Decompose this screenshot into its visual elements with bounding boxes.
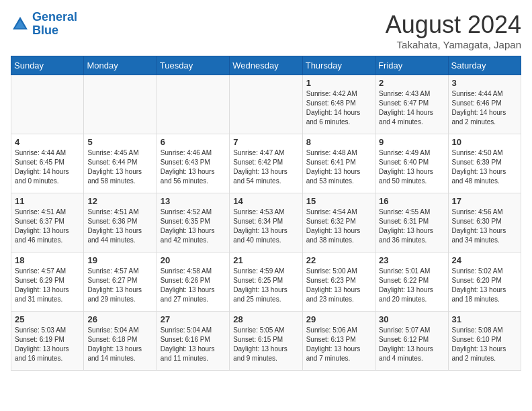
day-number: 8 [306,137,371,147]
calendar-week-row: 1Sunrise: 4:42 AM Sunset: 6:48 PM Daylig… [11,75,521,134]
day-number: 22 [306,255,371,265]
day-number: 12 [87,196,152,206]
day-info: Sunrise: 4:44 AM Sunset: 6:46 PM Dayligh… [452,89,517,127]
day-info: Sunrise: 4:59 AM Sunset: 6:25 PM Dayligh… [233,267,298,304]
month-year: August 2024 [386,11,521,39]
calendar-cell [84,75,157,134]
day-info: Sunrise: 4:54 AM Sunset: 6:32 PM Dayligh… [306,208,371,245]
calendar-cell: 9Sunrise: 4:49 AM Sunset: 6:40 PM Daylig… [375,134,448,193]
calendar-cell: 28Sunrise: 5:05 AM Sunset: 6:15 PM Dayli… [230,312,302,371]
weekday-header: Tuesday [157,56,229,75]
logo-text: General Blue [32,11,77,38]
calendar-cell: 19Sunrise: 4:57 AM Sunset: 6:27 PM Dayli… [84,253,157,312]
calendar-week-row: 11Sunrise: 4:51 AM Sunset: 6:37 PM Dayli… [11,193,521,253]
day-number: 26 [87,314,152,324]
weekday-header: Monday [84,56,157,75]
calendar-cell: 10Sunrise: 4:50 AM Sunset: 6:39 PM Dayli… [448,134,521,193]
day-info: Sunrise: 4:58 AM Sunset: 6:26 PM Dayligh… [161,267,226,304]
location: Takahata, Yamagata, Japan [386,39,521,50]
day-number: 13 [161,196,226,206]
day-number: 3 [452,78,517,88]
day-info: Sunrise: 4:53 AM Sunset: 6:34 PM Dayligh… [233,208,298,245]
day-number: 23 [379,255,444,265]
calendar-cell: 30Sunrise: 5:07 AM Sunset: 6:12 PM Dayli… [375,312,448,371]
day-info: Sunrise: 4:43 AM Sunset: 6:47 PM Dayligh… [379,89,444,127]
weekday-header: Sunday [11,56,84,75]
day-number: 7 [233,137,298,147]
calendar: SundayMondayTuesdayWednesdayThursdayFrid… [11,56,521,371]
logo: General Blue [11,11,77,38]
day-info: Sunrise: 5:05 AM Sunset: 6:15 PM Dayligh… [233,326,298,363]
day-number: 30 [379,314,444,324]
calendar-cell: 18Sunrise: 4:57 AM Sunset: 6:29 PM Dayli… [11,253,84,312]
calendar-cell [230,75,302,134]
day-number: 9 [379,137,444,147]
day-info: Sunrise: 4:51 AM Sunset: 6:37 PM Dayligh… [15,208,80,245]
calendar-cell: 14Sunrise: 4:53 AM Sunset: 6:34 PM Dayli… [230,193,302,253]
calendar-header: SundayMondayTuesdayWednesdayThursdayFrid… [11,56,521,75]
day-info: Sunrise: 5:01 AM Sunset: 6:22 PM Dayligh… [379,267,444,304]
day-info: Sunrise: 5:04 AM Sunset: 6:18 PM Dayligh… [87,326,152,363]
day-info: Sunrise: 4:42 AM Sunset: 6:48 PM Dayligh… [306,89,371,127]
calendar-cell: 16Sunrise: 4:55 AM Sunset: 6:31 PM Dayli… [375,193,448,253]
day-info: Sunrise: 4:56 AM Sunset: 6:30 PM Dayligh… [452,208,517,245]
day-number: 25 [15,314,80,324]
calendar-cell: 26Sunrise: 5:04 AM Sunset: 6:18 PM Dayli… [84,312,157,371]
day-info: Sunrise: 5:02 AM Sunset: 6:20 PM Dayligh… [452,267,517,304]
calendar-week-row: 18Sunrise: 4:57 AM Sunset: 6:29 PM Dayli… [11,253,521,312]
day-number: 11 [15,196,80,206]
day-number: 21 [233,255,298,265]
calendar-cell: 22Sunrise: 5:00 AM Sunset: 6:23 PM Dayli… [302,253,375,312]
day-number: 6 [161,137,226,147]
day-info: Sunrise: 4:51 AM Sunset: 6:36 PM Dayligh… [87,208,152,245]
day-number: 28 [233,314,298,324]
day-number: 31 [452,314,517,324]
page-header: General Blue August 2024 Takahata, Yamag… [11,11,521,50]
calendar-cell: 29Sunrise: 5:06 AM Sunset: 6:13 PM Dayli… [302,312,375,371]
calendar-cell: 15Sunrise: 4:54 AM Sunset: 6:32 PM Dayli… [302,193,375,253]
calendar-cell: 24Sunrise: 5:02 AM Sunset: 6:20 PM Dayli… [448,253,521,312]
calendar-week-row: 4Sunrise: 4:44 AM Sunset: 6:45 PM Daylig… [11,134,521,193]
day-number: 17 [452,196,517,206]
day-number: 18 [15,255,80,265]
weekday-header: Friday [375,56,448,75]
calendar-cell: 7Sunrise: 4:47 AM Sunset: 6:42 PM Daylig… [230,134,302,193]
calendar-cell: 21Sunrise: 4:59 AM Sunset: 6:25 PM Dayli… [230,253,302,312]
calendar-cell: 8Sunrise: 4:48 AM Sunset: 6:41 PM Daylig… [302,134,375,193]
day-number: 15 [306,196,371,206]
day-number: 19 [87,255,152,265]
day-info: Sunrise: 4:57 AM Sunset: 6:29 PM Dayligh… [15,267,80,304]
day-info: Sunrise: 4:45 AM Sunset: 6:44 PM Dayligh… [87,148,152,186]
day-info: Sunrise: 5:06 AM Sunset: 6:13 PM Dayligh… [306,326,371,363]
day-number: 24 [452,255,517,265]
day-number: 1 [306,78,371,88]
day-number: 2 [379,78,444,88]
title-block: August 2024 Takahata, Yamagata, Japan [386,11,521,50]
day-info: Sunrise: 5:08 AM Sunset: 6:10 PM Dayligh… [452,326,517,363]
calendar-cell: 31Sunrise: 5:08 AM Sunset: 6:10 PM Dayli… [448,312,521,371]
day-number: 5 [87,137,152,147]
day-number: 20 [161,255,226,265]
calendar-cell [157,75,229,134]
day-info: Sunrise: 4:57 AM Sunset: 6:27 PM Dayligh… [87,267,152,304]
day-number: 10 [452,137,517,147]
logo-line1: General [32,10,77,24]
calendar-cell: 5Sunrise: 4:45 AM Sunset: 6:44 PM Daylig… [84,134,157,193]
day-info: Sunrise: 5:03 AM Sunset: 6:19 PM Dayligh… [15,326,80,363]
calendar-cell: 6Sunrise: 4:46 AM Sunset: 6:43 PM Daylig… [157,134,229,193]
day-info: Sunrise: 5:07 AM Sunset: 6:12 PM Dayligh… [379,326,444,363]
day-info: Sunrise: 4:52 AM Sunset: 6:35 PM Dayligh… [161,208,226,245]
calendar-cell: 3Sunrise: 4:44 AM Sunset: 6:46 PM Daylig… [448,75,521,134]
day-info: Sunrise: 4:48 AM Sunset: 6:41 PM Dayligh… [306,148,371,186]
weekday-row: SundayMondayTuesdayWednesdayThursdayFrid… [11,56,521,75]
calendar-cell: 27Sunrise: 5:04 AM Sunset: 6:16 PM Dayli… [157,312,229,371]
logo-line2: Blue [32,24,58,37]
day-info: Sunrise: 4:46 AM Sunset: 6:43 PM Dayligh… [161,148,226,186]
calendar-body: 1Sunrise: 4:42 AM Sunset: 6:48 PM Daylig… [11,75,521,371]
day-info: Sunrise: 4:44 AM Sunset: 6:45 PM Dayligh… [15,148,80,186]
weekday-header: Saturday [448,56,521,75]
calendar-week-row: 25Sunrise: 5:03 AM Sunset: 6:19 PM Dayli… [11,312,521,371]
day-info: Sunrise: 4:55 AM Sunset: 6:31 PM Dayligh… [379,208,444,245]
calendar-cell: 12Sunrise: 4:51 AM Sunset: 6:36 PM Dayli… [84,193,157,253]
day-number: 14 [233,196,298,206]
